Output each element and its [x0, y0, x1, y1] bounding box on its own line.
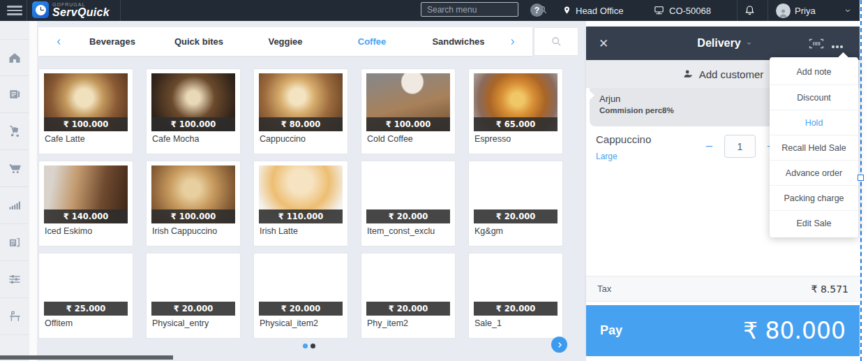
product-card[interactable]: ₹ 140.000 Iced Eskimo — [38, 161, 133, 246]
product-card[interactable]: ₹ 100.000 Cafe Mocha — [146, 68, 241, 154]
pay-label: Pay — [600, 323, 622, 338]
product-name: Physical_entry — [147, 316, 240, 328]
menu-item-recall-held-sale[interactable]: Recall Held Sale — [770, 135, 858, 160]
product-card[interactable]: ₹ 25.000 Offitem — [38, 253, 133, 339]
pagination-dot[interactable] — [310, 344, 315, 348]
avatar — [776, 3, 791, 18]
hamburger-menu-icon[interactable] — [7, 6, 22, 15]
pay-button[interactable]: Pay ₹ 80.000 — [586, 305, 860, 356]
price-badge: ₹ 80.000 — [259, 117, 343, 131]
product-name: Cafe Mocha — [147, 131, 240, 144]
price-badge: ₹ 100.000 — [44, 117, 128, 131]
product-card[interactable]: ₹ 80.000 Cappuccino — [253, 68, 348, 154]
product-name: Offitem — [39, 316, 133, 328]
product-card[interactable]: ₹ 20.000 Phy_item2 — [361, 253, 456, 339]
category-bar: Beverages Quick bites Veggiee Coffee San… — [38, 27, 532, 56]
product-name: Item_const_exclu — [361, 223, 455, 236]
menu-item-edit-sale[interactable]: Edit Sale — [770, 210, 858, 235]
sidebar-item-home[interactable] — [0, 39, 29, 76]
product-card[interactable]: ₹ 20.000 Sale_1 — [468, 253, 563, 339]
product-image: ₹ 20.000 — [474, 258, 558, 316]
order-type-selector[interactable]: Delivery — [621, 37, 801, 50]
product-name: Iced Eskimo — [39, 223, 133, 236]
register-icon — [8, 235, 22, 249]
price-badge: ₹ 20.000 — [474, 209, 558, 223]
product-image: ₹ 100.000 — [366, 73, 450, 131]
product-image: ₹ 25.000 — [44, 258, 128, 316]
sidebar-item-purchase[interactable] — [0, 113, 29, 150]
menu-item-discount[interactable]: Discount — [770, 84, 858, 110]
store-selector[interactable]: Head Office — [562, 0, 623, 21]
tab-veggiee[interactable]: Veggiee — [242, 36, 329, 47]
next-page-button[interactable] — [551, 337, 567, 353]
sidebar-item-settings[interactable] — [0, 261, 29, 298]
terminal-info[interactable]: CO-50068 — [653, 0, 711, 21]
quantity-stepper: − + — [705, 135, 775, 158]
categories-next-button[interactable] — [502, 36, 523, 47]
product-card[interactable]: ₹ 100.000 Cold Coffee — [361, 68, 456, 154]
product-grid: ₹ 100.000 Cafe Latte ₹ 100.000 Cafe Moch… — [38, 68, 579, 339]
product-name: Sale_1 — [469, 316, 562, 328]
barcode-scan-button[interactable] — [801, 37, 832, 50]
menu-item-add-note[interactable]: Add note — [770, 59, 858, 84]
tab-quick-bites[interactable]: Quick bites — [156, 36, 242, 47]
user-menu[interactable]: Priya — [776, 0, 816, 21]
servquick-pos-screen: GOFRUGAL ServQuick ? Head Office CO-5006… — [0, 0, 868, 361]
product-card[interactable]: ₹ 20.000 Item_const_exclu — [361, 161, 456, 246]
tab-beverages[interactable]: Beverages — [69, 36, 156, 47]
price-badge: ₹ 20.000 — [259, 302, 343, 316]
qty-decrease-button[interactable]: − — [705, 140, 713, 153]
bell-icon — [744, 4, 756, 17]
add-customer-label: Add customer — [699, 68, 764, 80]
sidebar-item-reports[interactable] — [0, 187, 29, 224]
price-badge: ₹ 20.000 — [366, 302, 450, 316]
menu-item-hold[interactable]: Hold — [770, 110, 858, 135]
sidebar-item-documents[interactable] — [0, 76, 29, 113]
help-icon[interactable]: ? — [530, 3, 544, 17]
product-search-button[interactable] — [534, 27, 578, 56]
menu-search-input[interactable] — [421, 5, 538, 15]
app-logo[interactable]: GOFRUGAL ServQuick — [32, 1, 110, 18]
product-image: ₹ 20.000 — [151, 258, 235, 316]
product-image: ₹ 20.000 — [259, 258, 343, 316]
add-customer-icon — [682, 68, 694, 80]
product-card[interactable]: ₹ 20.000 Physical_item2 — [253, 253, 348, 339]
qty-input[interactable] — [724, 135, 756, 158]
menu-item-advance-order[interactable]: Advance order — [770, 160, 858, 185]
product-card[interactable]: ₹ 20.000 Physical_entry — [146, 253, 241, 339]
product-image: ₹ 80.000 — [259, 73, 343, 131]
price-badge: ₹ 100.000 — [366, 117, 450, 131]
chevron-down-icon — [745, 40, 753, 46]
price-badge: ₹ 100.000 — [151, 117, 235, 131]
price-badge: ₹ 110.000 — [259, 209, 343, 223]
product-image: ₹ 100.000 — [151, 165, 235, 223]
tab-coffee[interactable]: Coffee — [329, 36, 415, 47]
product-card[interactable]: ₹ 110.000 Irish Latte — [253, 161, 348, 246]
product-image: ₹ 100.000 — [44, 73, 128, 131]
pagination-dots — [38, 344, 579, 348]
sidebar-item-billing[interactable] — [0, 224, 29, 261]
product-card[interactable]: ₹ 100.000 Irish Cappuccino — [146, 161, 241, 246]
sidebar-item-tables[interactable] — [0, 298, 29, 335]
user-chevron-down-icon[interactable] — [843, 0, 853, 21]
divider — [768, 0, 768, 21]
product-name: Phy_item2 — [361, 316, 455, 328]
horizontal-scrollbar-thumb[interactable] — [0, 355, 173, 360]
product-card[interactable]: ₹ 100.000 Cafe Latte — [38, 68, 133, 154]
product-image: ₹ 100.000 — [151, 73, 235, 131]
categories-prev-button[interactable] — [48, 36, 69, 47]
sidebar-item-sales[interactable] — [0, 150, 29, 187]
product-card[interactable]: ₹ 20.000 Kg&gm — [468, 161, 563, 246]
user-name: Priya — [795, 6, 816, 16]
product-card[interactable]: ₹ 65.000 Espresso — [468, 68, 563, 154]
terminal-icon — [653, 5, 665, 16]
notifications-button[interactable] — [744, 0, 756, 21]
pagination-dot[interactable] — [303, 344, 308, 348]
product-image: ₹ 140.000 — [44, 165, 128, 223]
order-panel-header: ✕ Delivery — [586, 27, 860, 60]
tab-sandwiches[interactable]: Sandwiches — [415, 36, 502, 47]
product-image: ₹ 110.000 — [259, 165, 343, 223]
price-badge: ₹ 25.000 — [44, 302, 128, 316]
close-order-button[interactable]: ✕ — [586, 36, 621, 51]
menu-item-packing-charge[interactable]: Packing charge — [770, 185, 858, 210]
